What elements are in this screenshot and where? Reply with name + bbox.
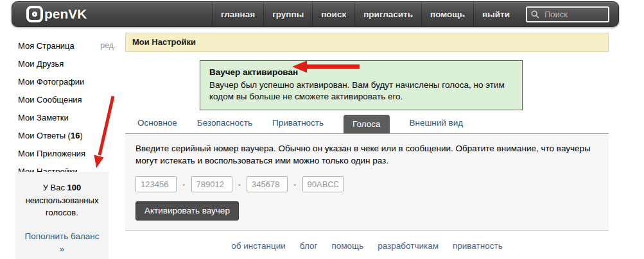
voucher-segment-3[interactable] bbox=[247, 176, 288, 192]
balance-text: У Вас 100 неиспользованных голосов. bbox=[26, 183, 99, 217]
openvk-logo-text: penVK bbox=[44, 6, 87, 22]
tab-security[interactable]: Безопасность bbox=[197, 118, 252, 133]
search-icon bbox=[531, 10, 539, 19]
voucher-code-inputs: - - - bbox=[135, 176, 598, 192]
top-nav-menu: главная группы поиск пригласить помощь в… bbox=[212, 2, 518, 26]
tab-general[interactable]: Основное bbox=[137, 118, 177, 133]
header-search[interactable] bbox=[526, 6, 609, 22]
footer-link-developers[interactable]: разработчикам bbox=[378, 241, 439, 251]
nav-item-home[interactable]: главная bbox=[212, 2, 263, 26]
footer-links: об инстанции блог помощь разработчикам п… bbox=[125, 241, 609, 251]
voucher-activated-message: Ваучер активирован Ваучер был успешно ак… bbox=[200, 60, 523, 110]
footer-link-about[interactable]: об инстанции bbox=[231, 241, 286, 251]
tab-appearance[interactable]: Внешний вид bbox=[410, 118, 464, 133]
sidebar-item-my-page[interactable]: Моя Страница ред. bbox=[18, 37, 122, 55]
topup-balance-link[interactable]: Пополнить баланс » bbox=[22, 230, 101, 256]
tab-votes[interactable]: Голоса bbox=[344, 115, 389, 133]
activate-voucher-button[interactable]: Активировать ваучер bbox=[135, 201, 239, 221]
sidebar-item-my-notes[interactable]: Мои Заметки bbox=[18, 109, 122, 127]
sidebar-item-my-answers[interactable]: Мои Ответы (16) bbox=[18, 127, 122, 145]
edit-link[interactable]: ред. bbox=[101, 41, 116, 50]
message-body: Ваучер был успешно активирован. Вам буду… bbox=[209, 79, 513, 103]
footer-link-privacy[interactable]: приватность bbox=[453, 241, 503, 251]
nav-item-groups[interactable]: группы bbox=[263, 2, 312, 26]
nav-item-invite[interactable]: пригласить bbox=[354, 2, 421, 26]
voucher-segment-4[interactable] bbox=[302, 176, 344, 192]
voucher-panel: Введите серийный номер ваучера. Обычно о… bbox=[125, 134, 609, 231]
voucher-segment-2[interactable] bbox=[191, 176, 232, 192]
voucher-instructions: Введите серийный номер ваучера. Обычно о… bbox=[135, 142, 598, 167]
nav-item-logout[interactable]: выйти bbox=[473, 2, 518, 26]
sidebar-item-my-photos[interactable]: Мои Фотографии bbox=[18, 73, 122, 91]
sidebar-item-my-messages[interactable]: Мои Сообщения bbox=[18, 91, 122, 109]
openvk-logo[interactable]: penVK bbox=[26, 6, 87, 22]
message-title: Ваучер активирован bbox=[209, 67, 513, 78]
top-navbar: penVK главная группы поиск пригласить по… bbox=[12, 1, 619, 27]
sidebar-item-my-friends[interactable]: Мои Друзья bbox=[18, 55, 122, 73]
votes-balance-box: У Вас 100 неиспользованных голосов. Попо… bbox=[15, 172, 109, 259]
settings-page: Мои Настройки Ваучер активирован Ваучер … bbox=[125, 33, 609, 231]
footer-link-blog[interactable]: блог bbox=[300, 241, 318, 251]
tab-privacy[interactable]: Приватность bbox=[272, 118, 324, 133]
answers-count: 16 bbox=[71, 131, 80, 140]
search-input[interactable] bbox=[543, 9, 601, 20]
voucher-segment-1[interactable] bbox=[135, 176, 177, 192]
settings-tabs: Основное Безопасность Приватность Голоса… bbox=[125, 115, 609, 134]
sidebar-item-my-apps[interactable]: Мои Приложения bbox=[18, 145, 122, 163]
footer-link-help[interactable]: помощь bbox=[331, 241, 363, 251]
nav-item-search[interactable]: поиск bbox=[312, 2, 354, 26]
nav-item-help[interactable]: помощь bbox=[421, 2, 473, 26]
page-title: Мои Настройки bbox=[125, 33, 609, 52]
votes-count: 100 bbox=[67, 183, 82, 192]
openvk-logo-icon bbox=[26, 6, 43, 22]
sidebar-menu: Моя Страница ред. Мои Друзья Мои Фотогра… bbox=[18, 37, 122, 181]
